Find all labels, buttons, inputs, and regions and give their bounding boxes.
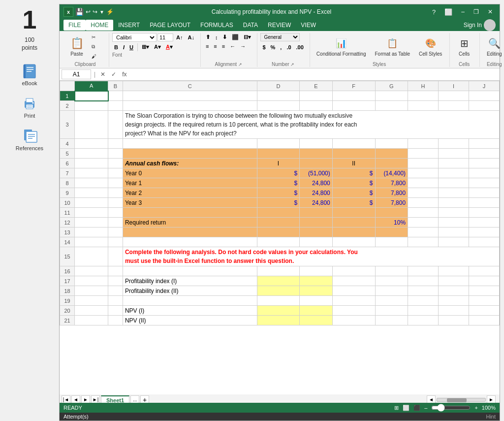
align-middle-button[interactable]: ↕ (213, 33, 220, 41)
cell-E20[interactable] (300, 306, 333, 316)
cell-H13[interactable] (408, 227, 439, 237)
underline-button[interactable]: U (127, 43, 135, 51)
office-btn[interactable]: ⬜ (441, 7, 455, 17)
cell-F9[interactable]: $ (332, 188, 375, 198)
cell-I19[interactable] (439, 296, 469, 306)
cell-B10[interactable] (108, 198, 123, 208)
cell-C19[interactable] (123, 296, 257, 306)
merge-button[interactable]: ⊟▾ (242, 33, 253, 41)
cell-J2[interactable] (469, 101, 499, 111)
align-bottom-button[interactable]: ⬇ (220, 33, 229, 41)
cut-button[interactable]: ✂ (89, 33, 105, 41)
col-header-H[interactable]: H (408, 81, 439, 91)
customize-icon[interactable]: ⚡ (106, 8, 114, 15)
col-header-C[interactable]: C (123, 81, 257, 91)
cell-C12[interactable]: Required return (123, 218, 257, 227)
cell-J13[interactable] (469, 227, 499, 237)
cell-H9[interactable] (408, 188, 439, 198)
cell-E16[interactable] (300, 266, 333, 276)
cell-J21[interactable] (469, 316, 499, 325)
decrease-font-button[interactable]: A↓ (186, 33, 196, 41)
format-as-table-button[interactable]: 📋 Format as Table (371, 33, 413, 60)
bold-button[interactable]: B (112, 43, 120, 51)
cell-G6[interactable] (375, 159, 408, 168)
cell-D9[interactable]: $ (257, 188, 300, 198)
cell-F8[interactable]: $ (332, 178, 375, 188)
cell-E6[interactable] (300, 159, 333, 168)
cell-I12[interactable] (439, 218, 469, 227)
sheet-ellipsis[interactable]: ... (130, 395, 139, 403)
cell-A13[interactable] (75, 227, 108, 237)
scroll-right-btn[interactable]: ► (487, 395, 496, 403)
col-header-I[interactable]: I (439, 81, 469, 91)
decrease-decimal-button[interactable]: .0 (284, 43, 293, 51)
col-header-D[interactable]: D (257, 81, 300, 91)
cell-B19[interactable] (108, 296, 123, 306)
cell-G4[interactable] (375, 139, 408, 149)
normal-view-icon[interactable]: ⊞ (394, 405, 399, 411)
zoom-plus-icon[interactable]: + (474, 405, 477, 411)
cell-B1[interactable] (108, 91, 123, 101)
cell-D5[interactable] (257, 149, 300, 159)
cell-B9[interactable] (108, 188, 123, 198)
cell-D11[interactable] (257, 208, 300, 218)
cell-J17[interactable] (469, 276, 499, 286)
cell-I6[interactable] (439, 159, 469, 168)
cell-E21[interactable] (300, 316, 333, 325)
font-size-input[interactable] (158, 33, 173, 41)
cell-J16[interactable] (469, 266, 499, 276)
cell-E10[interactable]: 24,800 (300, 198, 333, 208)
cell-B15[interactable] (108, 247, 123, 266)
cell-J7[interactable] (469, 168, 499, 178)
cell-E4[interactable] (300, 139, 333, 149)
cell-E7[interactable]: (51,000) (300, 168, 333, 178)
menu-view[interactable]: VIEW (296, 20, 321, 31)
horizontal-scrollbar[interactable]: |◄ ◄ ► ►| Sheet1 ... + ◄ ► (60, 396, 500, 403)
cell-A4[interactable] (75, 139, 108, 149)
cell-B18[interactable] (108, 286, 123, 296)
cells-button[interactable]: ⊞ Cells (453, 33, 475, 59)
cell-D19[interactable] (257, 296, 300, 306)
confirm-formula-icon[interactable]: ✓ (109, 70, 118, 78)
align-left-button[interactable]: ≡ (204, 42, 211, 50)
menu-home[interactable]: HOME (86, 20, 113, 31)
cell-F4[interactable] (332, 139, 375, 149)
cell-A5[interactable] (75, 149, 108, 159)
sidebar-item-ebook[interactable]: eBook (21, 62, 38, 86)
cell-E18[interactable] (300, 286, 333, 296)
cell-E19[interactable] (300, 296, 333, 306)
italic-button[interactable]: I (121, 43, 126, 51)
col-header-J[interactable]: J (469, 81, 499, 91)
save-icon[interactable]: 💾 (75, 8, 84, 16)
cell-E1[interactable] (300, 91, 333, 101)
cell-G9[interactable]: 7,800 (375, 188, 408, 198)
cell-B6[interactable] (108, 159, 123, 168)
cell-I14[interactable] (439, 237, 469, 247)
cell-A1[interactable] (75, 91, 108, 101)
cell-J11[interactable] (469, 208, 499, 218)
cell-F5[interactable] (332, 149, 375, 159)
cell-E12[interactable] (300, 218, 333, 227)
cell-F1[interactable] (332, 91, 375, 101)
cell-H1[interactable] (408, 91, 439, 101)
cell-J20[interactable] (469, 306, 499, 316)
cell-H17[interactable] (408, 276, 439, 286)
cell-B4[interactable] (108, 139, 123, 149)
cell-D18[interactable] (257, 286, 300, 296)
col-header-A[interactable]: A (75, 81, 108, 91)
cell-I17[interactable] (439, 276, 469, 286)
cell-A19[interactable] (75, 296, 108, 306)
cell-A10[interactable] (75, 198, 108, 208)
cell-J6[interactable] (469, 159, 499, 168)
cell-B12[interactable] (108, 218, 123, 227)
cell-G10[interactable]: 7,800 (375, 198, 408, 208)
cell-C6[interactable]: Annual cash flows: (123, 159, 257, 168)
cell-I8[interactable] (439, 178, 469, 188)
cell-D2[interactable] (257, 101, 300, 111)
cell-D10[interactable]: $ (257, 198, 300, 208)
scroll-left-btn[interactable]: ◄ (427, 395, 436, 403)
cell-D12[interactable] (257, 218, 300, 227)
menu-review[interactable]: REVIEW (263, 20, 296, 31)
cell-C15[interactable]: Complete the following analysis. Do not … (123, 247, 499, 266)
page-break-view-icon[interactable]: ⬛ (413, 405, 420, 411)
